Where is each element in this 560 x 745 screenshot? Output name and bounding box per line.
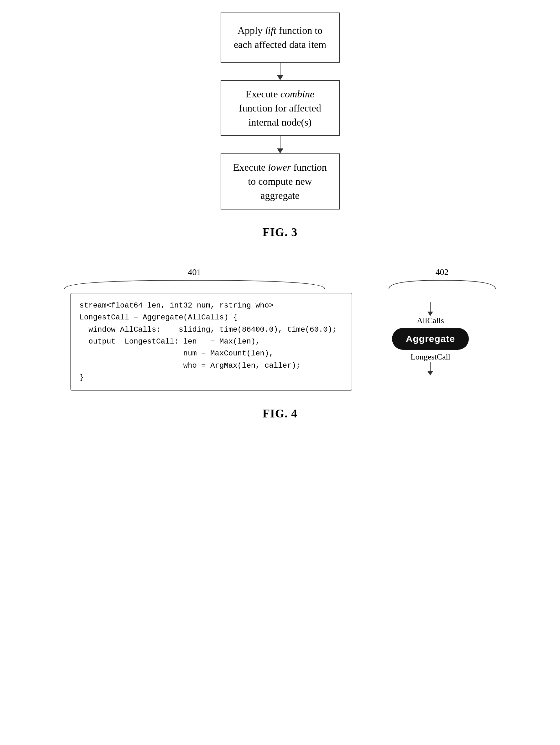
brace-402-svg <box>385 278 500 290</box>
arrow-head-2 <box>277 149 283 154</box>
agg-top-arrow <box>428 302 433 316</box>
agg-bottom-arrow-line <box>430 362 431 371</box>
fig3-caption: FIG. 3 <box>262 225 298 239</box>
box2-text: Execute combine function for affected in… <box>231 87 330 129</box>
agg-top-group: AllCalls <box>417 302 444 327</box>
flow-box-3: Execute lower function to compute new ag… <box>221 154 340 209</box>
agg-bottom-arrow-head <box>428 371 433 376</box>
fig4-right: AllCalls Aggregate LongestCall <box>371 293 490 376</box>
flowchart: Apply lift function to each affected dat… <box>221 12 340 209</box>
label-401: 401 <box>188 267 201 277</box>
fig3-section: Apply lift function to each affected dat… <box>0 0 560 248</box>
code-block: stream<float64 len, int32 num, rstring w… <box>70 293 352 391</box>
label-402: 402 <box>436 267 449 277</box>
arrow-line-2 <box>280 136 280 149</box>
flow-box-1: Apply lift function to each affected dat… <box>221 12 340 63</box>
arrow-1 <box>274 63 286 80</box>
arrow-head-1 <box>277 75 283 80</box>
agg-bottom-arrow <box>428 362 433 376</box>
agg-box: Aggregate <box>392 328 469 350</box>
brace-row: 401 402 <box>61 267 500 290</box>
flow-box-2: Execute combine function for affected in… <box>221 80 340 136</box>
agg-input-label: AllCalls <box>417 316 444 325</box>
brace-402: 402 <box>385 267 500 290</box>
brace-401: 401 <box>61 267 329 290</box>
fig4-section: 401 402 stream<float64 len, int32 num, r… <box>0 248 560 433</box>
arrow-2 <box>274 136 286 154</box>
fig4-main-content: stream<float64 len, int32 num, rstring w… <box>25 293 535 391</box>
fig4-caption: FIG. 4 <box>262 407 298 420</box>
fig4-left: stream<float64 len, int32 num, rstring w… <box>70 293 352 391</box>
agg-top-arrow-line <box>430 302 431 312</box>
brace-401-svg <box>61 278 329 290</box>
agg-diagram: AllCalls Aggregate LongestCall <box>392 293 469 376</box>
agg-output-label: LongestCall <box>410 352 450 362</box>
arrow-line-1 <box>280 63 280 75</box>
agg-top-arrow-head <box>428 312 433 316</box>
box3-text: Execute lower function to compute new ag… <box>231 160 330 202</box>
box1-text: Apply lift function to each affected dat… <box>231 24 330 52</box>
agg-bottom-group: LongestCall <box>410 351 450 376</box>
